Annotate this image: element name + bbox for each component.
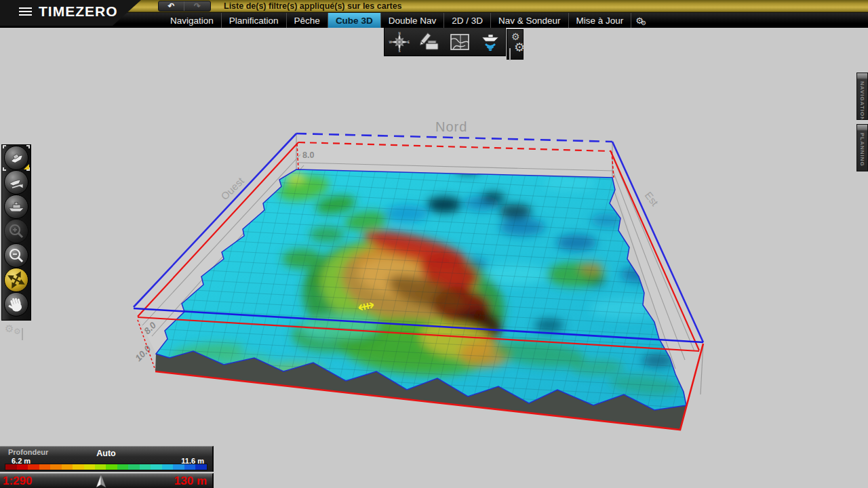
toolbar-gears-lock-icon[interactable]: ⚙ ⚙ <box>507 29 524 60</box>
boat-flag-badge <box>24 164 29 169</box>
padlock-icon <box>509 49 511 61</box>
workspace-gears-icon[interactable]: ⚙⚙ <box>631 13 650 28</box>
depth-scale-panel: Profondeur Auto 6.2 m 11.6 m <box>0 446 214 472</box>
right-panel-tab-navigation[interactable]: NAVIGATION <box>856 73 868 120</box>
filter-banner-text: Liste de(s) filtre(s) appliqué(s) sur le… <box>224 1 402 11</box>
sidebar-gears-lock-icon[interactable]: ⚙ ⚙ <box>1 322 31 340</box>
ship-icon <box>7 197 26 216</box>
tab-peche[interactable]: Pêche <box>287 13 328 28</box>
north-arrow-icon <box>96 474 106 488</box>
cube-3d-scene[interactable]: Nord Ouest Est 8.0 8.0 10.0 <box>102 102 726 447</box>
zoom-out-tool[interactable] <box>3 243 29 268</box>
zoom-in-icon <box>7 222 26 241</box>
hamburger-menu-icon[interactable] <box>19 7 32 16</box>
ribbon-menu: Navigation Planification Pêche Cube 3D D… <box>0 13 868 28</box>
boat-icon <box>7 148 26 167</box>
north-label: Nord <box>435 119 467 134</box>
depth-scale-mode[interactable]: Auto <box>0 449 212 458</box>
ship-view-tool[interactable] <box>3 195 29 219</box>
move-arrows-icon <box>7 270 26 289</box>
svg-text:S: S <box>399 49 401 53</box>
east-label: Est <box>643 189 661 208</box>
tab-double-nav[interactable]: Double Nav <box>381 13 445 28</box>
right-panel-tab-planning[interactable]: PLANNING <box>856 124 868 171</box>
undo-redo-group: ↶ ↷ <box>158 1 211 12</box>
back-depth-label: 8.0 <box>302 150 314 160</box>
tab-planification[interactable]: Planification <box>222 13 287 28</box>
hand-pan-tool[interactable] <box>3 292 29 317</box>
annotation-print-icon[interactable] <box>416 30 443 54</box>
timezero-app: Nord Ouest Est 8.0 8.0 10.0 <box>0 0 868 488</box>
cube3d-toolbar: N S W E <box>384 28 506 56</box>
tab-cube-3d[interactable]: Cube 3D <box>328 13 381 28</box>
svg-text:N: N <box>399 32 401 35</box>
app-logo: TIMEZERO <box>39 3 118 20</box>
redo-button[interactable]: ↷ <box>184 1 210 11</box>
sounder-boat-icon[interactable] <box>477 30 504 54</box>
chart-scale-value: 1:290 <box>3 474 32 488</box>
boat-route-tool[interactable] <box>3 170 29 195</box>
padlock-icon <box>22 329 23 341</box>
undo-button[interactable]: ↶ <box>159 1 184 11</box>
compass-rose-icon[interactable]: N S W E <box>386 30 413 54</box>
hand-icon <box>7 295 26 314</box>
tool-sidebar <box>1 144 31 321</box>
zoom-out-icon <box>7 246 26 265</box>
tab-2d-3d[interactable]: 2D / 3D <box>444 13 491 28</box>
tab-navigation[interactable]: Navigation <box>163 13 222 28</box>
tab-mise-a-jour[interactable]: Mise à Jour <box>569 13 632 28</box>
zoom-in-tool[interactable] <box>3 219 29 243</box>
pan-3d-tool[interactable] <box>3 268 29 292</box>
scale-status-bar: 1:290 130 m <box>0 473 214 488</box>
left-depth-label-10: 10.0 <box>133 343 153 363</box>
tab-nav-sondeur[interactable]: Nav & Sondeur <box>491 13 569 28</box>
range-value: 130 m <box>174 474 207 488</box>
depth-scale-bar[interactable] <box>5 464 208 470</box>
boat-route-icon <box>7 173 26 192</box>
svg-text:E: E <box>408 41 410 44</box>
chart-select-icon[interactable] <box>446 30 473 54</box>
center-boat-tool[interactable] <box>3 146 29 170</box>
